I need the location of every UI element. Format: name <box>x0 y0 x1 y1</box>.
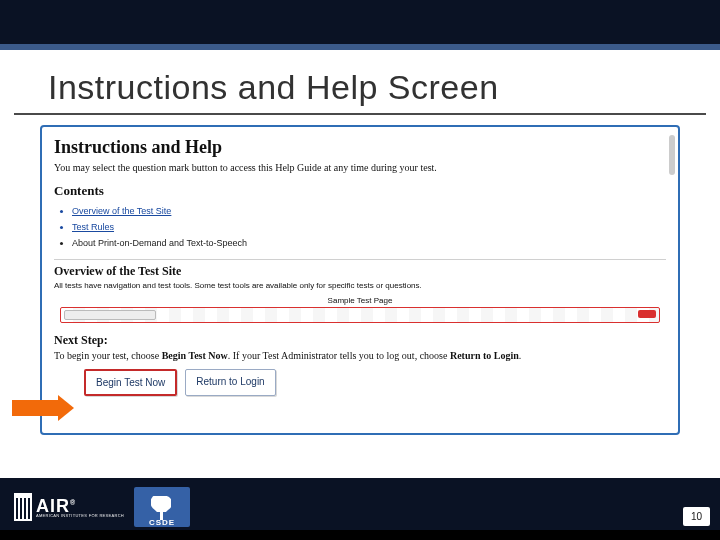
contents-link-rules[interactable]: Test Rules <box>72 219 666 235</box>
contents-link-print[interactable]: About Print-on-Demand and Text-to-Speech <box>72 235 666 251</box>
help-screenshot: Instructions and Help You may select the… <box>40 125 680 435</box>
ns-part-b: . If your Test Administrator tells you t… <box>228 350 450 361</box>
help-intro: You may select the question mark button … <box>54 162 666 173</box>
overview-heading: Overview of the Test Site <box>54 264 666 279</box>
air-logo: AIR® AMERICAN INSTITUTES FOR RESEARCH <box>14 493 124 521</box>
contents-heading: Contents <box>54 183 666 199</box>
next-step-heading: Next Step: <box>54 333 666 348</box>
top-bar <box>0 0 720 44</box>
arrow-icon <box>12 395 74 421</box>
next-step-text: To begin your test, choose Begin Test No… <box>54 350 666 361</box>
slide-title: Instructions and Help Screen <box>14 50 706 115</box>
tree-icon <box>147 494 177 520</box>
return-to-login-button[interactable]: Return to Login <box>185 369 275 396</box>
divider <box>54 259 666 260</box>
footer: AIR® AMERICAN INSTITUTES FOR RESEARCH CS… <box>0 478 720 540</box>
sample-test-page <box>60 307 660 323</box>
registered-icon: ® <box>70 499 76 506</box>
scrollbar-thumb[interactable] <box>669 135 675 175</box>
sample-caption: Sample Test Page <box>54 296 666 305</box>
csde-logo-text: CSDE <box>134 518 190 527</box>
help-heading: Instructions and Help <box>54 137 666 158</box>
screenshot-container: Instructions and Help You may select the… <box>40 125 680 435</box>
contents-list: Overview of the Test Site Test Rules Abo… <box>54 203 666 251</box>
page-number: 10 <box>683 507 710 526</box>
overview-text: All tests have navigation and test tools… <box>54 281 666 290</box>
csde-logo: CSDE <box>134 487 190 527</box>
ns-bold-b: Return to Login <box>450 350 519 361</box>
slide: Instructions and Help Screen Instruction… <box>0 0 720 540</box>
contents-link-overview[interactable]: Overview of the Test Site <box>72 203 666 219</box>
begin-test-now-button[interactable]: Begin Test Now <box>84 369 177 396</box>
ns-bold-a: Begin Test Now <box>162 350 228 361</box>
pillar-icon <box>14 493 32 521</box>
button-row: Begin Test Now Return to Login <box>84 369 666 396</box>
air-logo-sub: AMERICAN INSTITUTES FOR RESEARCH <box>36 513 124 518</box>
ns-part-c: . <box>519 350 522 361</box>
ns-part-a: To begin your test, choose <box>54 350 162 361</box>
